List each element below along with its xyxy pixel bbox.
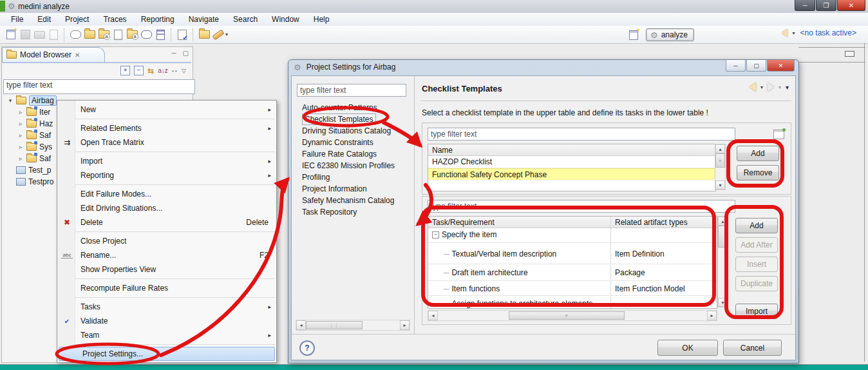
menu-item-edit-driving-situations[interactable]: Edit Driving Situations... bbox=[57, 201, 276, 215]
menu-item-team[interactable]: Team ▸ bbox=[57, 328, 276, 342]
nav-item-project-information[interactable]: Project Information bbox=[294, 183, 411, 195]
view-close-icon[interactable]: ✕ bbox=[75, 52, 80, 59]
expander-closed-icon[interactable]: ▹ bbox=[17, 109, 24, 115]
nav-item-iec-62380-mission-profiles[interactable]: IEC 62380 Mission Profiles bbox=[294, 160, 411, 171]
template-add-button[interactable]: Add bbox=[737, 146, 779, 161]
menu-item-project-settings[interactable]: Project Settings... bbox=[59, 347, 275, 361]
menu-item-edit-failure-modes[interactable]: Edit Failure Modes... bbox=[57, 187, 276, 201]
paste-note-icon[interactable] bbox=[111, 28, 125, 41]
view-menu-icon[interactable]: ▽ bbox=[182, 68, 186, 74]
menu-help[interactable]: Help bbox=[307, 14, 337, 25]
model-browser-tab[interactable]: Model Browser ✕ bbox=[2, 47, 105, 62]
nav-item-profiling[interactable]: Profiling bbox=[294, 171, 411, 183]
edit-catalog-icon[interactable] bbox=[125, 28, 139, 41]
scroll-down-icon[interactable]: ▾ bbox=[718, 298, 728, 307]
filters-icon[interactable]: ●● bbox=[172, 69, 178, 73]
marker-pen-icon[interactable] bbox=[211, 28, 225, 41]
menu-item-related-elements[interactable]: Related Elements ▸ bbox=[57, 121, 276, 135]
link-with-editor-icon[interactable]: ⇆ bbox=[147, 66, 154, 75]
folder-annotation-icon[interactable] bbox=[97, 28, 111, 41]
page-menu-icon[interactable]: ▾ bbox=[786, 84, 789, 91]
menu-edit[interactable]: Edit bbox=[30, 14, 58, 25]
view-minimize-icon[interactable]: ─ bbox=[171, 50, 176, 57]
template-row-hazop[interactable]: HAZOP Checklist bbox=[428, 156, 715, 168]
dialog-nav-filter-input[interactable]: type filter text bbox=[297, 84, 406, 97]
cancel-button[interactable]: Cancel bbox=[723, 340, 782, 356]
forward-arrow-icon[interactable] bbox=[768, 83, 774, 92]
open-perspective-icon[interactable] bbox=[627, 28, 641, 41]
forward-dropdown-icon[interactable]: ▾ bbox=[778, 84, 781, 90]
menu-reporting[interactable]: Reporting bbox=[134, 14, 182, 25]
menu-search[interactable]: Search bbox=[226, 14, 265, 25]
scroll-up-icon[interactable]: ▴ bbox=[718, 217, 728, 226]
task-import-button[interactable]: Import bbox=[735, 304, 778, 319]
view-maximize-icon[interactable]: ▢ bbox=[183, 50, 189, 57]
menu-item-import[interactable]: Import ▸ bbox=[57, 154, 276, 168]
task-duplicate-button[interactable]: Duplicate bbox=[735, 276, 778, 291]
scroll-up-icon[interactable]: ▴ bbox=[715, 144, 725, 153]
close-button[interactable]: ✕ bbox=[837, 0, 865, 11]
task-status-label[interactable]: <no task active> bbox=[800, 28, 856, 37]
back-dropdown-icon[interactable]: ▾ bbox=[760, 84, 763, 90]
help-icon[interactable]: ? bbox=[299, 340, 315, 356]
menu-item-new[interactable]: New ▸ bbox=[57, 102, 276, 117]
nav-item-auto-counter-patterns[interactable]: Auto-counter Patterns bbox=[294, 102, 411, 113]
expander-closed-icon[interactable]: ▹ bbox=[17, 121, 24, 127]
task-add-after-button[interactable]: Add After bbox=[735, 237, 778, 253]
nav-item-failure-rate-catalogs[interactable]: Failure Rate Catalogs bbox=[294, 148, 411, 160]
report-icon[interactable] bbox=[46, 28, 61, 41]
menu-item-recompute-failure-rates[interactable]: Recompute Failure Rates bbox=[57, 281, 276, 295]
back-arrow-icon[interactable] bbox=[750, 83, 756, 92]
nav-item-dynamic-constraints[interactable]: Dynamic Constraints bbox=[294, 137, 411, 148]
menu-item-reporting[interactable]: Reporting ▸ bbox=[57, 168, 276, 182]
comment-icon[interactable] bbox=[68, 28, 82, 41]
dialog-sash[interactable] bbox=[414, 76, 415, 334]
dialog-minimize-button[interactable]: ─ bbox=[726, 60, 746, 72]
menu-item-validate[interactable]: ✔ Validate bbox=[57, 314, 276, 328]
templates-vertical-scrollbar[interactable]: ▴ ≡ ▾ bbox=[715, 144, 726, 190]
menu-item-show-properties-view[interactable]: Show Properties View bbox=[57, 262, 276, 277]
model-browser-filter-input[interactable]: type filter text bbox=[3, 79, 195, 94]
marker-dropdown-icon[interactable]: ▾ bbox=[225, 32, 228, 37]
task-back-dropdown-icon[interactable]: ▾ bbox=[793, 30, 795, 36]
nav-item-checklist-templates[interactable]: Checklist Templates bbox=[302, 113, 376, 125]
restore-button[interactable]: ❐ bbox=[816, 0, 836, 11]
menu-navigate[interactable]: Navigate bbox=[182, 14, 226, 25]
expander-closed-icon[interactable]: ▹ bbox=[17, 144, 24, 150]
expander-open-icon[interactable]: ▾ bbox=[7, 97, 14, 104]
open-folder-icon[interactable] bbox=[82, 28, 97, 41]
perspective-analyze-button[interactable]: ⚙ analyze bbox=[646, 28, 694, 41]
save-icon[interactable] bbox=[18, 28, 32, 41]
menu-project[interactable]: Project bbox=[58, 14, 96, 25]
dialog-maximize-button[interactable]: ▢ bbox=[746, 60, 766, 72]
scroll-down-icon[interactable]: ▾ bbox=[715, 180, 725, 190]
templates-filter-input[interactable]: type filter text bbox=[428, 128, 735, 141]
print-icon[interactable] bbox=[32, 28, 46, 41]
new-wizard-icon[interactable] bbox=[4, 28, 18, 41]
template-remove-button[interactable]: Remove bbox=[737, 165, 779, 180]
dialog-close-button[interactable]: ✕ bbox=[767, 60, 795, 72]
menu-item-delete[interactable]: ✖ Delete Delete bbox=[57, 215, 276, 229]
bubble-folder-icon[interactable] bbox=[139, 28, 153, 41]
menu-file[interactable]: File bbox=[4, 14, 30, 25]
scroll-right-icon[interactable]: ▸ bbox=[707, 311, 717, 320]
nav-item-task-repository[interactable]: Task Repository bbox=[294, 206, 411, 218]
menu-item-tasks[interactable]: Tasks ▸ bbox=[57, 300, 276, 314]
tree-collapse-icon[interactable]: − bbox=[432, 231, 439, 239]
task-row-draft-architecture[interactable]: ─ Draft item architecture Package bbox=[428, 264, 717, 281]
document-list-icon[interactable] bbox=[153, 28, 167, 41]
task-row-item-functions[interactable]: ─ Item functions Item Function Model bbox=[428, 281, 717, 296]
scrollbar-thumb[interactable] bbox=[718, 226, 728, 248]
task-insert-button[interactable]: Insert bbox=[735, 257, 778, 272]
open-resource-icon[interactable] bbox=[197, 28, 211, 41]
scroll-left-icon[interactable]: ◂ bbox=[428, 311, 438, 320]
scroll-left-icon[interactable]: ◂ bbox=[296, 320, 306, 330]
scrollbar-thumb[interactable]: ≡ bbox=[715, 153, 725, 168]
collapse-all-icon[interactable]: − bbox=[134, 66, 144, 75]
task-back-icon[interactable] bbox=[782, 29, 788, 37]
menu-window[interactable]: Window bbox=[265, 14, 307, 25]
templates-table-header[interactable]: Name bbox=[428, 144, 715, 156]
tasks-table-header[interactable]: Task/Requirement Related artifact types bbox=[428, 217, 717, 228]
expander-closed-icon[interactable]: ▹ bbox=[17, 132, 24, 139]
nav-item-safety-mechanism-catalog[interactable]: Safety Mechanism Catalog bbox=[294, 195, 411, 206]
